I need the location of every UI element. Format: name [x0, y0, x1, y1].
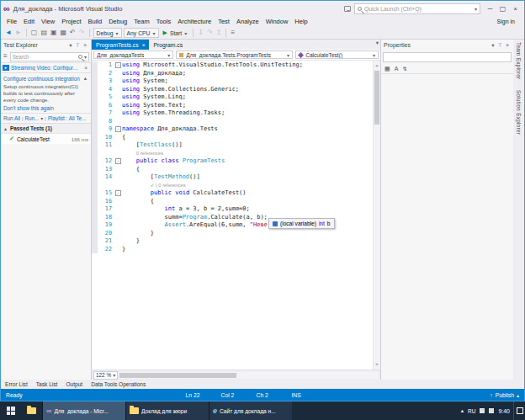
feedback-icon[interactable] — [344, 6, 351, 12]
window-position-icon[interactable]: ▾ — [67, 42, 73, 49]
code-line: 1-using Microsoft.VisualStudio.TestTools… — [92, 61, 373, 70]
find-in-files-icon[interactable]: ≡ — [230, 29, 236, 37]
close-icon[interactable]: × — [504, 42, 511, 48]
chevron-down-icon[interactable]: ▾ — [40, 115, 43, 121]
type-dropdown[interactable]: Для_доклада.Tests.ProgramTests ▾ — [176, 51, 293, 59]
scrollbar-thumb[interactable] — [374, 71, 379, 125]
tab-team-explorer[interactable]: Team Explorer — [516, 42, 522, 83]
vertical-scrollbar[interactable] — [373, 61, 380, 369]
chevron-down-icon[interactable]: ▾ — [84, 54, 87, 60]
clock[interactable]: 9:40 — [498, 408, 510, 414]
test-search-box[interactable]: Search ▾ — [10, 52, 89, 61]
pin-icon[interactable]: ⊤ — [496, 42, 505, 49]
undo-icon[interactable]: ↶ — [69, 29, 77, 37]
configure-ci-link[interactable]: Configure continuous integration — [3, 76, 80, 82]
taskbar-browser-button[interactable]: e Сайт для доклада н... — [209, 401, 292, 420]
playlist-link[interactable]: Playlist : All Te... — [48, 115, 86, 121]
categorized-icon[interactable]: ▦ — [384, 66, 390, 72]
menu-item-analyze[interactable]: Analyze — [233, 18, 262, 25]
window-position-icon[interactable]: ▾ — [490, 42, 496, 49]
step-out-icon[interactable]: ↥ — [215, 29, 223, 37]
solution-configuration-dropdown[interactable]: Debug ▾ — [93, 28, 122, 38]
menu-item-debug[interactable]: Debug — [105, 18, 130, 25]
volume-icon[interactable] — [489, 408, 494, 413]
tab-task-list[interactable]: Task List — [36, 381, 58, 387]
code-lines[interactable]: 1-using Microsoft.VisualStudio.TestTools… — [92, 61, 373, 369]
language-indicator[interactable]: RU — [468, 408, 475, 414]
close-button[interactable]: × — [509, 3, 522, 14]
start-debug-button[interactable]: ▶ Start ▾ — [161, 28, 190, 38]
collapse-icon[interactable]: ▴ — [82, 75, 88, 82]
solution-platform-dropdown[interactable]: Any CPU ▾ — [124, 28, 159, 38]
menu-item-build[interactable]: Build — [85, 18, 106, 25]
horizontal-scrollbar[interactable] — [119, 372, 379, 379]
object-name-dropdown[interactable] — [383, 52, 512, 62]
menu-item-file[interactable]: File — [3, 18, 20, 25]
menu-item-tools[interactable]: Tools — [153, 18, 175, 25]
caret-position: Ln 22 Col 2 Ch 2 INS — [185, 392, 326, 398]
menu-item-edit[interactable]: Edit — [20, 18, 38, 25]
publish-button[interactable]: ↑ Publish ▴ — [490, 392, 519, 398]
action-center-button[interactable] — [513, 401, 525, 420]
sign-in-link[interactable]: Sign in — [497, 19, 522, 24]
test-result-row[interactable]: ✓ CalculateTest 166 ms — [1, 134, 91, 144]
member-dropdown[interactable]: CalculateTest() ▾ — [295, 51, 379, 59]
side-tab-label: Team Explorer — [516, 42, 522, 80]
passed-tests-group[interactable]: ▲ Passed Tests (1) — [1, 124, 91, 134]
menu-item-test[interactable]: Test — [215, 18, 233, 25]
save-all-icon[interactable]: ▦ — [60, 29, 68, 37]
chevron-down-icon[interactable]: ▾ — [475, 6, 477, 12]
tab-solution-explorer[interactable]: Solution Explorer — [516, 90, 522, 138]
save-icon[interactable]: ▣ — [50, 29, 58, 37]
tab-programtests-cs[interactable]: ProgramTests.cs × — [92, 40, 149, 50]
tab-error-list[interactable]: Error List — [5, 381, 28, 387]
navigate-back-icon[interactable]: ◄ — [4, 29, 13, 37]
open-file-icon[interactable]: ▤ — [40, 29, 48, 37]
tab-output[interactable]: Output — [66, 381, 82, 387]
code-editor[interactable]: 1-using Microsoft.VisualStudio.TestTools… — [92, 61, 380, 369]
menu-item-help[interactable]: Help — [291, 18, 310, 25]
step-over-icon[interactable]: ↷ — [206, 29, 214, 37]
navigate-forward-icon[interactable]: ► — [14, 29, 23, 37]
close-icon[interactable]: × — [142, 42, 146, 48]
close-icon[interactable]: × — [82, 42, 88, 48]
start-button[interactable] — [0, 401, 21, 420]
alphabetical-icon[interactable]: A — [395, 66, 399, 72]
pin-icon[interactable]: ⊤ — [74, 42, 82, 49]
play-icon: ▶ — [163, 29, 167, 36]
zoom-dropdown[interactable]: 122 % ▾ — [93, 371, 118, 380]
project-dropdown[interactable]: Для_докладаTests ▾ — [93, 51, 173, 59]
dismiss-link[interactable]: Don't show this again — [3, 105, 54, 111]
redo-icon[interactable]: ↷ — [78, 29, 86, 37]
side-tab-label: Solution Explorer — [516, 90, 522, 135]
menu-item-project[interactable]: Project — [58, 18, 84, 25]
network-icon[interactable] — [480, 408, 485, 413]
group-by-icon[interactable]: ≡ — [3, 52, 8, 61]
step-into-icon[interactable]: ↧ — [197, 29, 204, 37]
document-list-chevron-icon[interactable]: ▾ — [374, 40, 380, 50]
new-file-icon[interactable]: ▢ — [30, 29, 39, 37]
menu-item-architecture[interactable]: Architecture — [174, 18, 215, 25]
events-icon[interactable]: ↯ — [402, 66, 407, 72]
tab-program-cs[interactable]: Program.cs — [149, 40, 187, 50]
run-menu-link[interactable]: Run... — [25, 115, 40, 121]
quick-launch-box[interactable]: Quick Launch (Ctrl+Q) ▾ — [354, 3, 480, 14]
menu-item-view[interactable]: View — [38, 18, 58, 25]
ci-description: Setup continuous integration(CI) builds … — [3, 83, 88, 104]
maximize-button[interactable]: ▢ — [496, 3, 509, 14]
properties-body — [381, 74, 513, 380]
menu-item-window[interactable]: Window — [262, 18, 292, 25]
run-all-link[interactable]: Run All — [3, 115, 20, 121]
scrollbar-thumb[interactable] — [119, 373, 236, 378]
streaming-video-link[interactable]: Streaming Video: Configure co... — [11, 65, 81, 71]
minimize-button[interactable]: ─ — [484, 3, 496, 14]
tab-data-tools-operations[interactable]: Data Tools Operations — [91, 381, 146, 387]
tray-chevron-icon[interactable]: ▴ — [461, 407, 464, 414]
taskbar-folder-button[interactable]: Доклад для жюри — [125, 401, 209, 420]
file-explorer-button[interactable] — [21, 401, 42, 420]
taskbar-visual-studio-button[interactable]: ∞ Для_доклада - Micr... — [42, 401, 125, 420]
status-message: Ready — [6, 392, 23, 398]
test-explorer-header: Test Explorer ▾ ⊤ × — [1, 40, 91, 51]
banner-close-icon[interactable]: × — [82, 65, 89, 71]
menu-item-team[interactable]: Team — [130, 18, 152, 25]
